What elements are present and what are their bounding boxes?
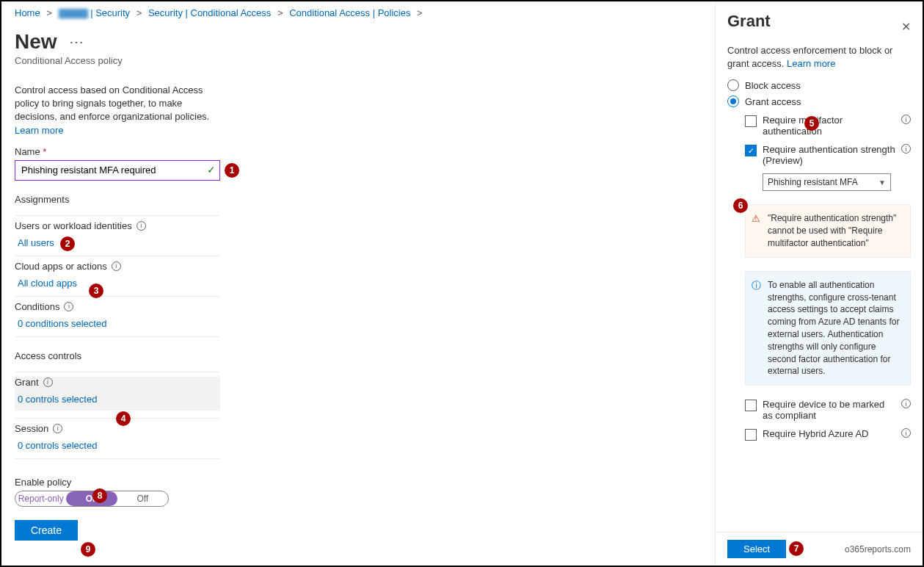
callout-8: 8 <box>92 488 107 503</box>
auth-strength-dropdown[interactable]: Phishing resistant MFA ▼ <box>763 173 891 191</box>
crumb-security-suffix[interactable]: | Security <box>88 7 131 18</box>
radio-block-label: Block access <box>745 80 801 91</box>
radio-icon <box>727 79 739 91</box>
enable-policy-label: Enable policy <box>15 477 220 488</box>
page-title: New <box>15 30 57 54</box>
callout-7: 7 <box>789 541 804 556</box>
grant-value-link[interactable]: 0 controls selected <box>18 394 220 405</box>
info-icon[interactable]: i <box>64 302 73 311</box>
enable-policy-toggle[interactable]: Report-only On Off <box>15 491 169 507</box>
select-button[interactable]: Select <box>727 540 786 558</box>
check-icon: ✓ <box>207 164 216 176</box>
name-label: Name <box>15 146 220 157</box>
crumb-ca-policies[interactable]: Conditional Access | Policies <box>289 7 410 18</box>
toggle-off[interactable]: Off <box>117 491 168 506</box>
users-label: Users or workload identities <box>15 220 132 231</box>
create-button[interactable]: Create <box>15 520 78 541</box>
panel-learn-more-link[interactable]: Learn more <box>787 58 835 69</box>
assignments-heading: Assignments <box>15 194 220 205</box>
users-value-link[interactable]: All users <box>18 237 220 248</box>
crumb-security-ca[interactable]: Security | Conditional Access <box>148 7 271 18</box>
breadcrumb: Home > ▇▇▇▇ | Security > Security | Cond… <box>15 7 702 18</box>
callout-1: 1 <box>225 163 239 178</box>
learn-more-link[interactable]: Learn more <box>15 125 63 136</box>
chevron-down-icon: ▼ <box>878 178 886 187</box>
info-icon[interactable]: i <box>901 115 911 124</box>
info-alert-icon: ⓘ <box>752 279 761 292</box>
checkbox-require-auth-strength[interactable]: ✓ Require authentication strength (Previ… <box>745 144 911 166</box>
panel-title: Grant <box>727 12 771 31</box>
info-icon[interactable]: i <box>112 261 121 271</box>
access-controls-heading: Access controls <box>15 350 220 361</box>
session-value-link[interactable]: 0 controls selected <box>18 440 220 451</box>
info-icon[interactable]: i <box>901 399 911 408</box>
crumb-obscured[interactable]: ▇▇▇▇ <box>59 7 88 18</box>
conditions-value-link[interactable]: 0 conditions selected <box>18 318 220 329</box>
apps-label: Cloud apps or actions <box>15 261 107 272</box>
warning-text: "Require authentication strength" cannot… <box>768 213 896 248</box>
callout-2: 2 <box>60 236 75 251</box>
conditions-label: Conditions <box>15 301 59 312</box>
info-icon[interactable]: i <box>53 424 62 433</box>
callout-9: 9 <box>81 542 95 557</box>
session-label: Session <box>15 423 48 434</box>
opt-hybrid-label: Require Hybrid Azure AD <box>763 428 869 439</box>
policy-intro: Control access based on Conditional Acce… <box>15 84 220 137</box>
checkbox-icon <box>745 429 757 441</box>
callout-3: 3 <box>89 284 103 298</box>
callout-4: 4 <box>116 411 131 426</box>
checkbox-require-hybrid-azure-ad[interactable]: Require Hybrid Azure AD i <box>745 428 911 441</box>
apps-value-link[interactable]: All cloud apps <box>18 278 220 289</box>
more-actions-button[interactable]: ⋯ <box>69 33 85 51</box>
grant-label: Grant <box>15 377 39 388</box>
warning-icon: ⚠ <box>752 212 760 225</box>
opt-mfa-label: Require multifactor authentication <box>763 115 895 137</box>
info-icon[interactable]: i <box>901 428 911 438</box>
policy-name-input[interactable] <box>15 160 220 181</box>
info-icon[interactable]: i <box>137 221 146 231</box>
radio-grant-access[interactable]: Grant access <box>727 95 911 107</box>
toggle-on[interactable]: On <box>66 491 117 506</box>
info-icon[interactable]: i <box>43 378 53 387</box>
crumb-home[interactable]: Home <box>15 7 40 18</box>
auth-strength-value: Phishing resistant MFA <box>768 177 858 187</box>
callout-5: 5 <box>804 116 819 131</box>
checkbox-require-compliant-device[interactable]: Require device to be marked as compliant… <box>745 399 911 421</box>
panel-intro: Control access enforcement to block or g… <box>727 44 911 71</box>
radio-icon-selected <box>727 95 739 107</box>
radio-block-access[interactable]: Block access <box>727 79 911 91</box>
checkbox-icon-checked: ✓ <box>745 145 757 156</box>
callout-6: 6 <box>733 198 748 213</box>
checkbox-icon <box>745 115 757 127</box>
brand-watermark: o365reports.com <box>845 544 911 555</box>
info-alert: ⓘ To enable all authentication strengths… <box>745 271 911 386</box>
info-icon[interactable]: i <box>901 144 911 154</box>
close-icon[interactable]: ✕ <box>901 20 911 34</box>
radio-grant-label: Grant access <box>745 96 801 107</box>
checkbox-icon <box>745 400 757 411</box>
page-subtitle: Conditional Access policy <box>15 55 702 66</box>
warning-alert: ⚠ "Require authentication strength" cann… <box>745 204 911 257</box>
opt-compliant-label: Require device to be marked as compliant <box>763 399 895 421</box>
info-text: To enable all authentication strengths, … <box>768 280 899 377</box>
opt-strength-label: Require authentication strength (Preview… <box>763 144 895 166</box>
checkbox-require-mfa[interactable]: Require multifactor authentication i <box>745 115 911 137</box>
policy-intro-text: Control access based on Conditional Acce… <box>15 84 209 122</box>
toggle-report-only[interactable]: Report-only <box>15 491 66 506</box>
